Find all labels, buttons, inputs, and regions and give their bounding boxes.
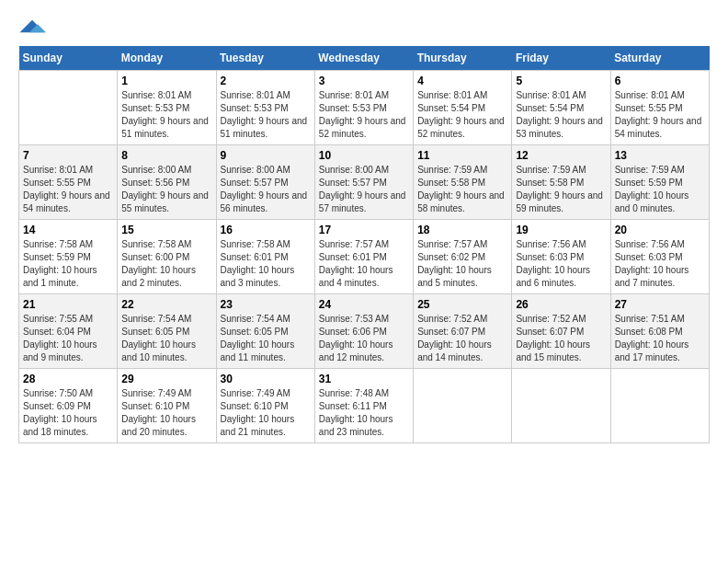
day-number: 28 [23,373,113,385]
day-number: 13 [615,149,705,162]
week-row-2: 7Sunrise: 8:01 AMSunset: 5:55 PMDaylight… [19,145,710,220]
column-header-friday: Friday [512,46,610,71]
day-cell: 31Sunrise: 7:48 AMSunset: 6:11 PMDayligh… [314,369,413,443]
day-number: 30 [221,373,311,385]
day-cell: 18Sunrise: 7:57 AMSunset: 6:02 PMDayligh… [414,220,512,294]
day-info: Sunrise: 7:55 AMSunset: 6:04 PMDaylight:… [23,313,113,364]
day-number: 6 [615,75,705,87]
calendar-table: SundayMondayTuesdayWednesdayThursdayFrid… [18,46,710,443]
day-info: Sunrise: 8:01 AMSunset: 5:53 PMDaylight:… [221,89,311,141]
day-number: 31 [319,373,409,385]
day-number: 17 [319,224,409,236]
day-info: Sunrise: 7:58 AMSunset: 5:59 PMDaylight:… [23,238,113,290]
day-info: Sunrise: 7:52 AMSunset: 6:07 PMDaylight:… [516,313,606,364]
day-info: Sunrise: 7:59 AMSunset: 5:58 PMDaylight:… [516,164,606,215]
day-number: 8 [121,149,211,162]
day-info: Sunrise: 7:56 AMSunset: 6:03 PMDaylight:… [615,238,705,290]
week-row-1: 1Sunrise: 8:01 AMSunset: 5:53 PMDaylight… [19,71,710,145]
week-row-3: 14Sunrise: 7:58 AMSunset: 5:59 PMDayligh… [19,220,710,294]
header-row: SundayMondayTuesdayWednesdayThursdayFrid… [19,46,710,71]
day-number: 14 [23,224,113,236]
day-cell: 21Sunrise: 7:55 AMSunset: 6:04 PMDayligh… [19,294,118,369]
day-info: Sunrise: 8:01 AMSunset: 5:55 PMDaylight:… [23,164,113,215]
day-cell [512,369,610,443]
day-number: 21 [23,298,113,311]
day-number: 26 [516,298,606,311]
day-cell: 8Sunrise: 8:00 AMSunset: 5:56 PMDaylight… [118,145,216,220]
day-number: 16 [221,224,311,236]
day-number: 25 [417,298,507,311]
day-cell: 17Sunrise: 7:57 AMSunset: 6:01 PMDayligh… [314,220,413,294]
day-cell: 2Sunrise: 8:01 AMSunset: 5:53 PMDaylight… [216,71,314,145]
day-info: Sunrise: 8:00 AMSunset: 5:56 PMDaylight:… [121,164,211,215]
day-cell: 28Sunrise: 7:50 AMSunset: 6:09 PMDayligh… [19,369,118,443]
day-cell: 20Sunrise: 7:56 AMSunset: 6:03 PMDayligh… [610,220,709,294]
day-cell: 6Sunrise: 8:01 AMSunset: 5:55 PMDaylight… [610,71,709,145]
column-header-tuesday: Tuesday [216,46,314,71]
day-info: Sunrise: 7:57 AMSunset: 6:01 PMDaylight:… [319,238,409,290]
column-header-thursday: Thursday [414,46,512,71]
column-header-wednesday: Wednesday [314,46,413,71]
day-number: 29 [121,373,211,385]
day-number: 1 [121,75,211,87]
day-info: Sunrise: 7:59 AMSunset: 5:58 PMDaylight:… [417,164,507,215]
day-info: Sunrise: 7:54 AMSunset: 6:05 PMDaylight:… [221,313,311,364]
day-cell [610,369,709,443]
day-cell: 13Sunrise: 7:59 AMSunset: 5:59 PMDayligh… [610,145,709,220]
day-info: Sunrise: 7:52 AMSunset: 6:07 PMDaylight:… [417,313,507,364]
day-cell: 1Sunrise: 8:01 AMSunset: 5:53 PMDaylight… [118,71,216,145]
day-info: Sunrise: 7:50 AMSunset: 6:09 PMDaylight:… [23,387,113,439]
day-cell: 11Sunrise: 7:59 AMSunset: 5:58 PMDayligh… [414,145,512,220]
day-cell: 23Sunrise: 7:54 AMSunset: 6:05 PMDayligh… [216,294,314,369]
day-info: Sunrise: 8:00 AMSunset: 5:57 PMDaylight:… [221,164,311,215]
day-info: Sunrise: 7:49 AMSunset: 6:10 PMDaylight:… [221,387,311,439]
day-info: Sunrise: 7:58 AMSunset: 6:00 PMDaylight:… [121,238,211,290]
day-number: 10 [319,149,409,162]
day-cell: 29Sunrise: 7:49 AMSunset: 6:10 PMDayligh… [118,369,216,443]
day-cell: 16Sunrise: 7:58 AMSunset: 6:01 PMDayligh… [216,220,314,294]
day-number: 20 [615,224,705,236]
day-cell: 24Sunrise: 7:53 AMSunset: 6:06 PMDayligh… [314,294,413,369]
day-info: Sunrise: 8:00 AMSunset: 5:57 PMDaylight:… [319,164,409,215]
day-cell: 4Sunrise: 8:01 AMSunset: 5:54 PMDaylight… [414,71,512,145]
day-cell: 10Sunrise: 8:00 AMSunset: 5:57 PMDayligh… [314,145,413,220]
day-number: 18 [417,224,507,236]
day-cell: 19Sunrise: 7:56 AMSunset: 6:03 PMDayligh… [512,220,610,294]
day-number: 27 [615,298,705,311]
day-number: 23 [221,298,311,311]
day-number: 24 [319,298,409,311]
day-cell: 15Sunrise: 7:58 AMSunset: 6:00 PMDayligh… [118,220,216,294]
day-cell: 7Sunrise: 8:01 AMSunset: 5:55 PMDaylight… [19,145,118,220]
day-number: 19 [516,224,606,236]
day-info: Sunrise: 7:48 AMSunset: 6:11 PMDaylight:… [319,387,409,439]
day-info: Sunrise: 7:57 AMSunset: 6:02 PMDaylight:… [417,238,507,290]
day-number: 7 [23,149,113,162]
logo-icon [18,18,46,37]
day-info: Sunrise: 7:53 AMSunset: 6:06 PMDaylight:… [319,313,409,364]
day-number: 4 [417,75,507,87]
day-cell [414,369,512,443]
column-header-sunday: Sunday [19,46,118,71]
day-info: Sunrise: 7:59 AMSunset: 5:59 PMDaylight:… [615,164,705,215]
day-info: Sunrise: 8:01 AMSunset: 5:55 PMDaylight:… [615,89,705,141]
day-info: Sunrise: 8:01 AMSunset: 5:53 PMDaylight:… [319,89,409,141]
day-number: 3 [319,75,409,87]
day-cell: 25Sunrise: 7:52 AMSunset: 6:07 PMDayligh… [414,294,512,369]
day-cell: 9Sunrise: 8:00 AMSunset: 5:57 PMDaylight… [216,145,314,220]
day-info: Sunrise: 8:01 AMSunset: 5:54 PMDaylight:… [417,89,507,141]
day-info: Sunrise: 7:51 AMSunset: 6:08 PMDaylight:… [615,313,705,364]
day-number: 11 [417,149,507,162]
day-cell: 12Sunrise: 7:59 AMSunset: 5:58 PMDayligh… [512,145,610,220]
day-cell: 14Sunrise: 7:58 AMSunset: 5:59 PMDayligh… [19,220,118,294]
day-number: 5 [516,75,606,87]
day-cell [19,71,118,145]
week-row-4: 21Sunrise: 7:55 AMSunset: 6:04 PMDayligh… [19,294,710,369]
header [18,18,710,37]
day-number: 22 [121,298,211,311]
day-info: Sunrise: 7:58 AMSunset: 6:01 PMDaylight:… [221,238,311,290]
column-header-saturday: Saturday [610,46,709,71]
week-row-5: 28Sunrise: 7:50 AMSunset: 6:09 PMDayligh… [19,369,710,443]
logo [18,18,50,37]
day-cell: 22Sunrise: 7:54 AMSunset: 6:05 PMDayligh… [118,294,216,369]
day-cell: 27Sunrise: 7:51 AMSunset: 6:08 PMDayligh… [610,294,709,369]
